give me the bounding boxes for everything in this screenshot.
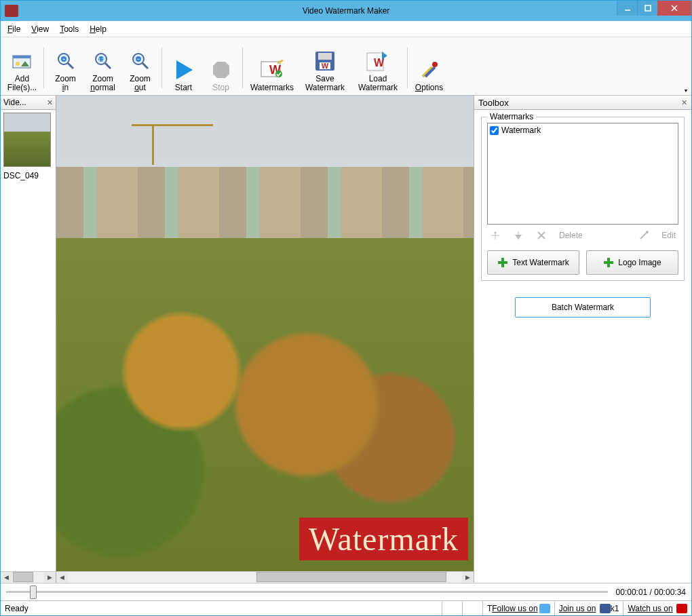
watermark-item-label: Watermark (501, 126, 541, 135)
save-icon: W (314, 49, 336, 73)
zoom-normal-label: Zoomnormal (90, 75, 115, 92)
load-watermark-button[interactable]: W LoadWatermark (351, 41, 404, 94)
svg-marker-32 (382, 52, 387, 60)
sidebar-left: Vide... ✕ DSC_049 ◀ ▶ (1, 96, 56, 583)
zoom-in-icon: + (56, 49, 76, 73)
batch-watermark-label: Batch Watermark (552, 303, 614, 312)
text-watermark-label: Text Watermark (512, 258, 569, 267)
scroll-thumb[interactable] (256, 572, 446, 582)
preview-area: Watermark ◀ ▶ (56, 96, 474, 583)
svg-line-43 (640, 233, 647, 239)
zoom-out-button[interactable]: − Zoomout (121, 41, 159, 94)
watermarks-label: Watermarks (250, 83, 294, 92)
svg-line-9 (68, 63, 73, 69)
start-button[interactable]: Start (165, 41, 202, 94)
scroll-left-icon[interactable]: ◀ (1, 572, 12, 582)
watermark-list-item[interactable]: Watermark (489, 125, 676, 136)
scroll-thumb[interactable] (13, 572, 33, 582)
watermark-buttons: Text Watermark Logo Image (487, 250, 678, 275)
status-empty-1 (442, 601, 463, 615)
edit-label: Edit (661, 231, 676, 240)
menu-help[interactable]: Help (90, 24, 107, 34)
svg-marker-20 (176, 60, 193, 79)
preview-scrollbar[interactable]: ◀ ▶ (56, 571, 474, 583)
watermark-checkbox[interactable] (490, 126, 499, 135)
svg-point-6 (16, 62, 20, 66)
facebook-icon (600, 604, 611, 613)
content-area: Vide... ✕ DSC_049 ◀ ▶ Watermark (1, 96, 691, 583)
scroll-left-icon[interactable]: ◀ (56, 572, 68, 582)
watermark-overlay[interactable]: Watermark (299, 518, 468, 560)
thumbnail-image[interactable] (3, 113, 51, 167)
close-button[interactable] (657, 1, 691, 16)
join-facebook[interactable]: Join us on k1 (555, 601, 624, 615)
preview-canvas[interactable]: Watermark (56, 96, 474, 571)
minimize-button[interactable] (617, 1, 637, 16)
sidebar-scrollbar[interactable]: ◀ ▶ (1, 571, 56, 583)
maximize-button[interactable] (637, 1, 657, 16)
stop-label: Stop (212, 83, 229, 92)
plus-icon (603, 257, 614, 268)
svg-rect-46 (498, 261, 507, 264)
watermarks-button[interactable]: W Watermarks (246, 41, 299, 94)
options-button[interactable]: Options (410, 41, 448, 94)
twitter-icon (539, 604, 550, 613)
load-watermark-label: LoadWatermark (358, 75, 398, 92)
app-icon (5, 5, 18, 17)
svg-line-24 (277, 60, 283, 63)
zoom-out-label: Zoomout (130, 75, 151, 92)
remove-icon (536, 230, 547, 241)
toolbar-overflow-icon[interactable]: ▾ (685, 88, 687, 94)
toolbar: Add File(s)... + Zoomin 1:1 Zoomnormal −… (1, 37, 691, 96)
zoom-out-icon: − (130, 49, 151, 73)
batch-watermark-button[interactable]: Batch Watermark (515, 297, 651, 317)
logo-image-button[interactable]: Logo Image (586, 250, 678, 275)
watermarks-icon: W (260, 58, 284, 82)
window-controls (617, 1, 691, 21)
watch-youtube[interactable]: Watch us on (623, 601, 691, 615)
svg-rect-5 (13, 56, 31, 58)
slider-thumb[interactable] (30, 585, 37, 599)
scroll-right-icon[interactable]: ▶ (462, 572, 474, 582)
menu-tools[interactable]: Tools (60, 24, 79, 34)
watermarks-legend: Watermarks (487, 112, 536, 121)
save-watermark-button[interactable]: W SaveWatermark (299, 41, 351, 94)
svg-point-35 (432, 62, 438, 67)
thumbnail-list: DSC_049 (1, 110, 56, 571)
preview-image: Watermark (56, 96, 474, 571)
start-label: Start (175, 83, 192, 92)
statusbar: Ready TFollow us on Join us on k1 Watch … (1, 600, 691, 615)
menubar: File View Tools Help (1, 21, 691, 37)
add-files-button[interactable]: Add File(s)... (3, 41, 41, 94)
svg-point-25 (275, 71, 282, 77)
options-icon (419, 58, 440, 82)
svg-text:−: − (136, 56, 140, 62)
close-toolbox-icon[interactable]: ✕ (681, 98, 687, 107)
svg-marker-38 (494, 231, 497, 233)
youtube-icon (676, 604, 687, 613)
scroll-right-icon[interactable]: ▶ (44, 572, 56, 582)
move-down-icon (513, 230, 524, 241)
video-tab[interactable]: Vide... ✕ (1, 96, 56, 110)
follow-twitter[interactable]: TFollow us on (483, 601, 555, 615)
menu-view[interactable]: View (31, 24, 49, 34)
toolbox-header[interactable]: Toolbox ✕ (474, 96, 691, 110)
play-icon (174, 58, 194, 82)
zoom-in-button[interactable]: + Zoomin (47, 41, 84, 94)
titlebar[interactable]: Video Watermark Maker (1, 1, 691, 21)
text-watermark-button[interactable]: Text Watermark (487, 250, 579, 275)
close-tab-icon[interactable]: ✕ (47, 98, 53, 107)
app-window: Video Watermark Maker File View Tools He… (0, 0, 692, 616)
svg-point-44 (646, 231, 649, 233)
timeline: 00:00:01 / 00:00:34 (1, 583, 691, 600)
delete-label: Delete (559, 231, 583, 240)
timeline-slider[interactable] (6, 591, 608, 593)
video-tab-label: Vide... (3, 98, 26, 107)
load-icon: W (366, 49, 390, 73)
zoom-normal-button[interactable]: 1:1 Zoomnormal (84, 41, 121, 94)
svg-marker-21 (213, 62, 229, 78)
watermark-list[interactable]: Watermark (487, 123, 678, 225)
menu-file[interactable]: File (7, 24, 20, 34)
toolbox-body: Watermarks Watermark Delete Edit (474, 110, 691, 583)
svg-text:+: + (62, 56, 65, 62)
